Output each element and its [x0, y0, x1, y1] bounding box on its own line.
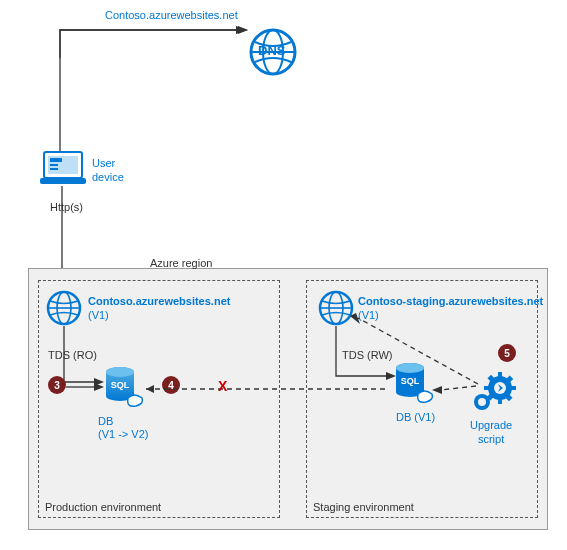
upgrade-script-label: Upgrade script — [470, 418, 512, 447]
step-badge-5: 5 — [498, 344, 516, 362]
user-device-icon — [40, 150, 86, 186]
step-badge-3: 3 — [48, 376, 66, 394]
azure-region-title: Azure region — [150, 256, 212, 270]
svg-rect-7 — [40, 178, 86, 184]
svg-marker-19 — [94, 383, 104, 391]
user-device-label: User device — [92, 156, 124, 185]
staging-env-label: Staging environment — [313, 501, 414, 513]
svg-point-17 — [106, 367, 134, 377]
prod-db-icon: SQL — [104, 366, 146, 410]
svg-rect-30 — [498, 398, 502, 404]
staging-db-label: DB (V1) — [396, 410, 435, 424]
svg-marker-4 — [236, 26, 248, 34]
svg-rect-29 — [498, 372, 502, 378]
prod-db-version: (V1 -> V2) — [98, 427, 148, 441]
svg-rect-9 — [50, 164, 58, 166]
svg-text:SQL: SQL — [111, 380, 130, 390]
x-mark: X — [218, 378, 227, 394]
prod-app-name: Contoso.azurewebsites.net — [88, 294, 230, 308]
svg-rect-32 — [510, 386, 516, 390]
prod-app-version: (V1) — [88, 308, 109, 322]
svg-marker-41 — [432, 386, 442, 394]
prod-webapp-icon — [46, 290, 82, 326]
svg-marker-20 — [146, 385, 154, 393]
dns-label: DNS — [258, 43, 285, 60]
svg-rect-10 — [50, 168, 58, 170]
staging-webapp-icon — [318, 290, 354, 326]
production-env-label: Production environment — [45, 501, 161, 513]
svg-rect-8 — [50, 158, 62, 162]
arrow-user-to-dns-path — [50, 20, 250, 160]
tds-ro-label: TDS (RO) — [48, 348, 97, 362]
http-label: Http(s) — [50, 200, 83, 214]
arrow-upgrade-to-db — [432, 380, 482, 398]
arrow-step3 — [66, 382, 106, 392]
staging-app-name: Contoso-staging.azurewebsites.net — [358, 294, 543, 308]
